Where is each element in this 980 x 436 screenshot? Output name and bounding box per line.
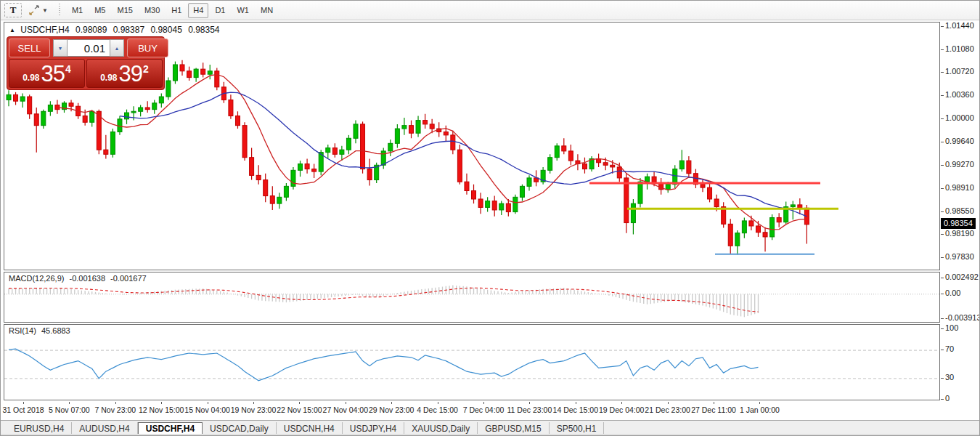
date-label: 15 Nov 04:00 xyxy=(182,405,233,414)
date-label: 19 Nov 23:00 xyxy=(228,405,279,414)
price-axis-label: 1.01080 xyxy=(945,44,974,53)
sell-price-box[interactable]: 0.98 35 4 xyxy=(9,59,85,88)
date-label: 4 Dec 15:00 xyxy=(412,405,463,414)
timeframe-button-MN[interactable]: MN xyxy=(256,3,278,18)
price-axis[interactable]: 1.014401.010801.007201.003601.000000.996… xyxy=(941,22,980,270)
cursor-mode-button[interactable]: ▼ xyxy=(23,3,53,18)
swap-arrows-icon xyxy=(28,5,40,15)
timeframe-button-M30[interactable]: M30 xyxy=(139,3,165,18)
sell-price-pip: 4 xyxy=(65,63,71,75)
close-value: 0.98354 xyxy=(188,25,219,35)
date-tick xyxy=(483,402,484,404)
rsi-axis[interactable]: 10070300 xyxy=(941,324,980,400)
text-tool-button[interactable]: T xyxy=(4,3,22,17)
rsi-indicator-pane[interactable]: RSI(14) 45.6883 xyxy=(4,324,940,400)
date-tick xyxy=(714,402,714,404)
date-tick xyxy=(253,402,254,404)
lot-size-input[interactable] xyxy=(68,39,110,57)
timeframe-button-D1[interactable]: D1 xyxy=(210,3,230,18)
date-tick xyxy=(759,402,760,404)
date-label: 12 Nov 15:00 xyxy=(136,405,187,414)
buy-price-box[interactable]: 0.98 39 2 xyxy=(86,59,163,88)
date-tick xyxy=(529,402,530,404)
date-tick xyxy=(208,402,208,404)
date-tick xyxy=(621,402,622,404)
lot-increase-button[interactable]: ▲ xyxy=(110,39,124,57)
date-label: 29 Nov 23:00 xyxy=(366,405,417,414)
date-label: 14 Dec 15:00 xyxy=(550,405,601,414)
price-axis-label: 1.00000 xyxy=(945,113,974,122)
price-axis-label: 0.97830 xyxy=(945,252,974,261)
macd-label-row: MACD(12,26,9) -0.001638 -0.001677 xyxy=(9,274,150,283)
buy-price-pip: 2 xyxy=(143,63,149,75)
low-value: 0.98045 xyxy=(150,25,181,35)
symbol-label: USDCHF,H4 xyxy=(20,25,69,35)
price-axis-label: 0.99640 xyxy=(945,137,974,145)
date-tick xyxy=(668,402,669,404)
timeframe-button-M5[interactable]: M5 xyxy=(89,3,110,18)
macd-axis-label: -0.003913 xyxy=(945,313,980,322)
timeframe-button-group: M1M5M15M30H1H4D1W1MN xyxy=(66,3,279,18)
timeframe-button-W1[interactable]: W1 xyxy=(232,3,254,18)
date-tick xyxy=(346,402,346,404)
trading-platform-window: T ▼ M1M5M15M30H1H4D1W1MN ▲ USDCHF,H4 0.9… xyxy=(0,0,980,436)
macd-value-1: -0.001638 xyxy=(69,274,105,283)
date-tick xyxy=(299,402,300,404)
rsi-axis-label: 30 xyxy=(945,373,954,382)
sell-price-main: 35 xyxy=(41,63,65,85)
price-axis-label: 1.01440 xyxy=(945,21,974,30)
date-label: 1 Jan 00:00 xyxy=(734,405,785,414)
date-label: 22 Nov 15:00 xyxy=(274,405,324,414)
date-tick xyxy=(161,402,162,404)
chart-ohlc-header: ▲ USDCHF,H4 0.98089 0.98387 0.98045 0.98… xyxy=(9,25,224,35)
one-click-trading-widget: SELL ▼ ▲ BUY 0.98 35 4 0.98 39 2 xyxy=(7,36,165,90)
macd-label: MACD(12,26,9) xyxy=(9,274,64,283)
timeframe-button-M15[interactable]: M15 xyxy=(112,3,137,18)
buy-price-prefix: 0.98 xyxy=(100,73,117,83)
high-value: 0.98387 xyxy=(113,25,144,35)
current-price-badge: 0.98354 xyxy=(941,218,976,229)
date-axis[interactable]: 31 Oct 20185 Nov 07:007 Nov 23:0012 Nov … xyxy=(4,402,940,419)
timeframe-button-H4[interactable]: H4 xyxy=(188,3,208,18)
rsi-axis-label: 0 xyxy=(945,394,950,403)
macd-value-2: -0.001677 xyxy=(110,274,147,283)
rsi-axis-label: 100 xyxy=(945,323,958,332)
timeframe-button-M1[interactable]: M1 xyxy=(67,3,88,18)
date-label: 19 Dec 04:00 xyxy=(596,405,647,414)
lot-size-control: ▼ ▲ xyxy=(52,39,126,57)
rsi-chart[interactable] xyxy=(4,325,939,400)
collapse-triangle-icon[interactable]: ▲ xyxy=(9,27,15,33)
chevron-down-icon: ▼ xyxy=(42,7,48,14)
open-value: 0.98089 xyxy=(75,25,107,35)
date-label: 27 Nov 04:00 xyxy=(320,405,371,414)
price-axis-label: 0.98550 xyxy=(945,206,974,215)
date-label: 11 Dec 23:00 xyxy=(504,405,555,414)
price-axis-label: 1.00360 xyxy=(945,90,974,99)
macd-axis[interactable]: 0.0024920.00-0.003913 xyxy=(941,272,980,323)
price-axis-label: 0.98910 xyxy=(945,183,974,192)
rsi-label: RSI(14) xyxy=(9,326,36,335)
date-label: 7 Dec 04:00 xyxy=(458,405,509,414)
rsi-axis-label: 70 xyxy=(945,344,954,353)
date-label: 31 Oct 2018 xyxy=(0,405,49,414)
top-toolbar: T ▼ M1M5M15M30H1H4D1W1MN xyxy=(1,1,980,20)
lot-decrease-button[interactable]: ▼ xyxy=(53,39,68,57)
rsi-value: 45.6883 xyxy=(41,326,70,335)
price-axis-label: 0.99270 xyxy=(945,160,974,169)
price-axis-label: 0.98190 xyxy=(945,229,974,238)
buy-button[interactable]: BUY xyxy=(127,39,168,57)
timeframe-button-H1[interactable]: H1 xyxy=(166,3,187,18)
date-tick xyxy=(115,402,116,404)
date-label: 7 Nov 23:00 xyxy=(90,405,141,414)
sell-price-prefix: 0.98 xyxy=(23,73,39,83)
toolbar-grip[interactable] xyxy=(58,4,62,17)
sell-button[interactable]: SELL xyxy=(9,39,50,57)
macd-axis-label: 0.00 xyxy=(945,288,960,297)
macd-axis-label: 0.002492 xyxy=(945,272,979,281)
date-label: 27 Dec 11:00 xyxy=(688,405,739,414)
buy-price-main: 39 xyxy=(119,63,142,85)
date-tick xyxy=(69,402,70,404)
macd-indicator-pane[interactable]: MACD(12,26,9) -0.001638 -0.001677 xyxy=(4,272,940,323)
date-tick xyxy=(576,402,576,404)
date-tick xyxy=(438,402,438,404)
